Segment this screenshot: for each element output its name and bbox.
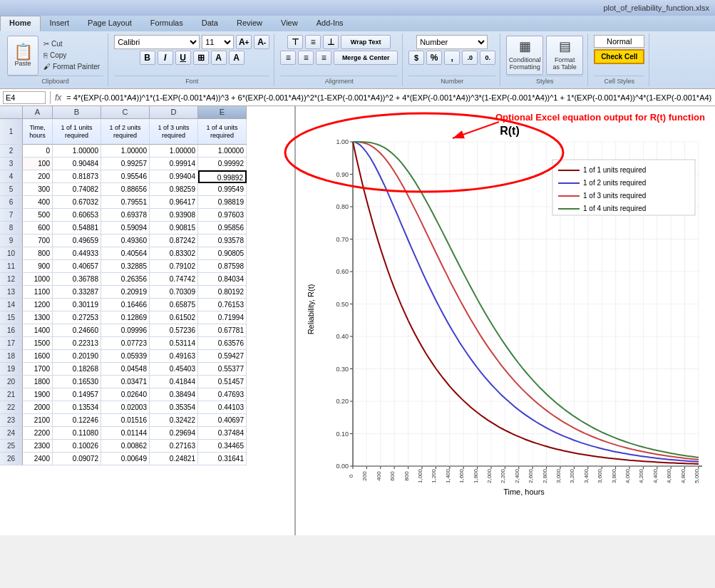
data-cell-r8-c1[interactable]: 0.54881 (53, 222, 101, 234)
data-cell-r25-c2[interactable]: 0.00862 (101, 440, 150, 453)
data-cell-r5-c1[interactable]: 0.74082 (53, 183, 101, 196)
data-cell-r2-c1[interactable]: 1.00000 (53, 145, 101, 158)
data-cell-r14-c4[interactable]: 0.76153 (198, 299, 247, 311)
data-cell-r20-c4[interactable]: 0.51457 (198, 376, 247, 388)
data-cell-r22-c4[interactable]: 0.44103 (198, 401, 247, 414)
data-cell-r3-c1[interactable]: 0.90484 (53, 158, 101, 170)
data-cell-r8-c4[interactable]: 0.95856 (198, 222, 247, 234)
data-cell-r23-c4[interactable]: 0.40697 (198, 414, 247, 427)
data-cell-r24-c0[interactable]: 2200 (23, 427, 53, 440)
data-cell-r13-c1[interactable]: 0.33287 (53, 286, 101, 299)
format-painter-button[interactable]: 🖌 Format Painter (40, 61, 103, 72)
data-cell-r13-c0[interactable]: 1100 (23, 286, 53, 299)
data-cell-r14-c1[interactable]: 0.30119 (53, 299, 101, 311)
data-cell-r19-c4[interactable]: 0.55377 (198, 363, 247, 376)
font-family-select[interactable]: Calibri (114, 35, 200, 49)
data-cell-r6-c2[interactable]: 0.79551 (101, 196, 150, 209)
data-cell-r21-c1[interactable]: 0.14957 (53, 388, 101, 401)
data-cell-r9-c4[interactable]: 0.93578 (198, 234, 247, 247)
data-cell-r3-c4[interactable]: 0.99992 (198, 158, 247, 170)
data-cell-r9-c2[interactable]: 0.49360 (101, 234, 150, 247)
data-cell-r16-c1[interactable]: 0.24660 (53, 324, 101, 337)
data-cell-r18-c1[interactable]: 0.20190 (53, 350, 101, 363)
data-cell-r10-c2[interactable]: 0.40564 (101, 247, 150, 260)
data-cell-r17-c4[interactable]: 0.63576 (198, 337, 247, 350)
merge-center-btn[interactable]: Merge & Center (334, 51, 398, 65)
data-cell-r21-c0[interactable]: 1900 (23, 388, 53, 401)
paste-button[interactable]: 📋 Paste (7, 36, 38, 76)
data-cell-r19-c2[interactable]: 0.04548 (101, 363, 150, 376)
align-left-btn[interactable]: ≡ (280, 51, 296, 65)
data-cell-r3-c0[interactable]: 100 (23, 158, 53, 170)
data-cell-r12-c1[interactable]: 0.36788 (53, 273, 101, 286)
data-cell-r7-c3[interactable]: 0.93908 (150, 209, 198, 222)
conditional-formatting-button[interactable]: ▦ ConditionalFormatting (506, 36, 543, 75)
data-cell-r7-c4[interactable]: 0.97603 (198, 209, 247, 222)
data-cell-r5-c4[interactable]: 0.99549 (198, 183, 247, 196)
ribbon-tab-page-layout[interactable]: Page Layout (78, 16, 141, 31)
data-cell-r2-c2[interactable]: 1.00000 (101, 145, 150, 158)
data-cell-r6-c3[interactable]: 0.96417 (150, 196, 198, 209)
data-cell-r8-c0[interactable]: 600 (23, 222, 53, 234)
data-cell-r17-c3[interactable]: 0.53114 (150, 337, 198, 350)
data-cell-r24-c3[interactable]: 0.29694 (150, 427, 198, 440)
data-cell-r22-c1[interactable]: 0.13534 (53, 401, 101, 414)
data-cell-r6-c1[interactable]: 0.67032 (53, 196, 101, 209)
data-cell-r11-c1[interactable]: 0.40657 (53, 260, 101, 273)
align-bottom-btn[interactable]: ⊥ (323, 35, 339, 49)
data-cell-r24-c1[interactable]: 0.11080 (53, 427, 101, 440)
data-cell-r25-c4[interactable]: 0.34465 (198, 440, 247, 453)
data-cell-r3-c3[interactable]: 0.99914 (150, 158, 198, 170)
fill-color-button[interactable]: A (211, 51, 227, 65)
data-cell-r4-c2[interactable]: 0.95546 (101, 170, 150, 183)
col-header-E[interactable]: E (198, 106, 247, 119)
ribbon-tab-data[interactable]: Data (192, 16, 227, 31)
data-cell-r19-c1[interactable]: 0.18268 (53, 363, 101, 376)
data-cell-r7-c1[interactable]: 0.60653 (53, 209, 101, 222)
data-cell-r23-c1[interactable]: 0.12246 (53, 414, 101, 427)
data-cell-r17-c2[interactable]: 0.07723 (101, 337, 150, 350)
data-cell-r4-c1[interactable]: 0.81873 (53, 170, 101, 183)
data-cell-r9-c3[interactable]: 0.87242 (150, 234, 198, 247)
data-cell-r5-c0[interactable]: 300 (23, 183, 53, 196)
data-cell-r21-c2[interactable]: 0.02640 (101, 388, 150, 401)
data-cell-r24-c4[interactable]: 0.37484 (198, 427, 247, 440)
data-cell-r26-c3[interactable]: 0.24821 (150, 453, 198, 465)
ribbon-tab-formulas[interactable]: Formulas (141, 16, 192, 31)
data-cell-r9-c0[interactable]: 700 (23, 234, 53, 247)
data-cell-r15-c4[interactable]: 0.71994 (198, 311, 247, 324)
data-cell-r26-c2[interactable]: 0.00649 (101, 453, 150, 465)
comma-btn[interactable]: , (444, 51, 460, 65)
wrap-text-btn[interactable]: Wrap Text (341, 35, 391, 49)
percent-btn[interactable]: % (426, 51, 442, 65)
normal-badge[interactable]: Normal (594, 35, 644, 48)
font-size-select[interactable]: 11 (202, 35, 234, 49)
currency-btn[interactable]: $ (408, 51, 424, 65)
data-cell-r15-c2[interactable]: 0.12869 (101, 311, 150, 324)
cut-button[interactable]: ✂ Cut (40, 38, 103, 49)
data-cell-r12-c0[interactable]: 1000 (23, 273, 53, 286)
data-cell-r2-c0[interactable]: 0 (23, 145, 53, 158)
data-cell-r19-c3[interactable]: 0.45403 (150, 363, 198, 376)
data-cell-r26-c4[interactable]: 0.31641 (198, 453, 247, 465)
data-cell-r18-c3[interactable]: 0.49163 (150, 350, 198, 363)
data-cell-r2-c3[interactable]: 1.00000 (150, 145, 198, 158)
data-cell-r13-c3[interactable]: 0.70309 (150, 286, 198, 299)
data-cell-r12-c4[interactable]: 0.84034 (198, 273, 247, 286)
data-cell-r3-c2[interactable]: 0.99257 (101, 158, 150, 170)
data-cell-r14-c3[interactable]: 0.65875 (150, 299, 198, 311)
data-cell-r8-c2[interactable]: 0.59094 (101, 222, 150, 234)
data-cell-r16-c4[interactable]: 0.67781 (198, 324, 247, 337)
data-cell-r22-c3[interactable]: 0.35354 (150, 401, 198, 414)
data-cell-r9-c1[interactable]: 0.49659 (53, 234, 101, 247)
data-cell-r11-c2[interactable]: 0.32885 (101, 260, 150, 273)
col-header-C[interactable]: C (101, 106, 150, 119)
data-cell-r4-c4[interactable]: 0.99892 (198, 170, 247, 183)
data-cell-r15-c3[interactable]: 0.61502 (150, 311, 198, 324)
data-cell-r18-c4[interactable]: 0.59427 (198, 350, 247, 363)
data-cell-r17-c0[interactable]: 1500 (23, 337, 53, 350)
decrease-decimal-btn[interactable]: 0. (480, 51, 495, 65)
data-cell-r20-c3[interactable]: 0.41844 (150, 376, 198, 388)
data-cell-r24-c2[interactable]: 0.01144 (101, 427, 150, 440)
ribbon-tab-review[interactable]: Review (227, 16, 272, 31)
